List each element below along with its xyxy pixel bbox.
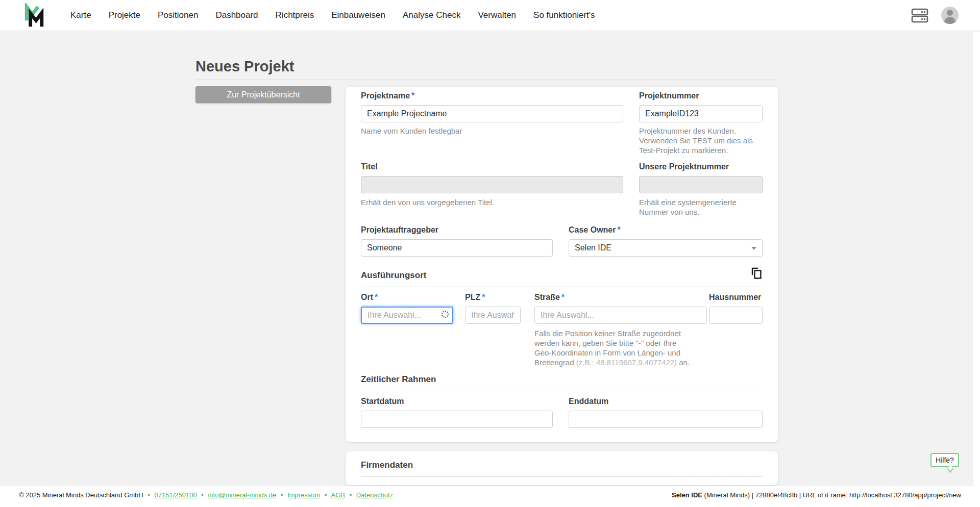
plz-label: PLZ* (465, 293, 485, 302)
titel-input (361, 176, 623, 193)
required-asterisk: * (561, 293, 565, 301)
loading-spinner-icon (442, 311, 449, 318)
strasse-helper-end: an. (677, 358, 690, 367)
nav-item-projekte[interactable]: Projekte (109, 10, 140, 20)
plz-input[interactable] (465, 307, 521, 324)
avatar-body-icon (944, 17, 956, 24)
projektauftraggeber-input[interactable] (361, 239, 553, 257)
copy-icon[interactable] (750, 266, 763, 282)
nav-item-so-funktionierts[interactable]: So funktioniert's (533, 10, 595, 20)
nav-item-karte[interactable]: Karte (70, 10, 91, 20)
titel-helper: Erhält den von uns vorgegebenen Titel. (361, 197, 494, 207)
case-owner-label: Case Owner* (569, 225, 621, 235)
ausfuehrungsort-heading: Ausführungsort (361, 270, 426, 281)
ort-field-wrap (361, 307, 453, 324)
scrollbar-track[interactable] (973, 32, 980, 507)
projektname-label-text: Projektname (361, 91, 410, 100)
enddatum-label: Enddatum (569, 397, 608, 406)
footer-separator: • (281, 491, 283, 499)
nav-item-positionen[interactable]: Positionen (158, 10, 198, 20)
mineral-minds-logo-icon[interactable] (22, 3, 46, 28)
nav-menu: Karte Projekte Positionen Dashboard Rich… (70, 10, 612, 20)
footer-status-text: Selen IDE (Mineral Minds) | 72880ef48c8b… (672, 491, 961, 499)
titel-label: Titel (361, 162, 378, 171)
top-navbar: Karte Projekte Positionen Dashboard Rich… (0, 0, 980, 31)
footer-separator: • (201, 491, 204, 499)
case-owner-select[interactable]: Selen IDE (569, 239, 763, 257)
zur-projektuebersicht-button[interactable]: Zur Projektübersicht (195, 86, 331, 103)
title-divider (195, 79, 778, 80)
footer-user-name: Selen IDE (672, 491, 702, 499)
projektnummer-helper: Projektnummer des Kunden. Verwenden Sie … (639, 126, 767, 155)
projektname-input[interactable] (361, 105, 623, 122)
chevron-down-icon (751, 247, 756, 250)
avatar-head-icon (947, 10, 953, 16)
footer-link-phone[interactable]: 07151/250100 (155, 491, 197, 499)
projektnummer-input[interactable] (639, 105, 763, 122)
nav-item-analyse-check[interactable]: Analyse Check (403, 10, 460, 20)
strasse-helper-example: (z.B.: 48.8115607,9.4077422) (576, 358, 677, 367)
footer-link-agb[interactable]: AGB (331, 491, 345, 499)
plz-label-text: PLZ (465, 293, 480, 301)
case-owner-value: Selen IDE (575, 243, 611, 252)
startdatum-input[interactable] (361, 411, 553, 428)
server-icon[interactable] (911, 7, 929, 23)
enddatum-input[interactable] (569, 411, 763, 428)
footer-left: © 2025 Mineral Minds Deutschland GmbH • … (19, 491, 393, 499)
footer-separator: • (350, 491, 352, 499)
user-avatar[interactable] (941, 7, 959, 24)
footer: © 2025 Mineral Minds Deutschland GmbH • … (0, 486, 980, 507)
footer-separator: • (148, 491, 150, 499)
unsere-projektnummer-label: Unsere Projektnummer (639, 162, 729, 171)
firmendaten-card: Firmendaten (346, 451, 778, 485)
footer-copyright: © 2025 Mineral Minds Deutschland GmbH (19, 491, 143, 499)
case-owner-label-text: Case Owner (569, 225, 616, 234)
footer-link-email[interactable]: info@mineral-minds.de (208, 491, 276, 499)
projektnummer-label: Projektnummer (639, 91, 699, 100)
page-title: Neues Projekt (195, 58, 294, 75)
footer-link-datenschutz[interactable]: Datenschutz (356, 491, 393, 499)
footer-session-info: (Mineral Minds) | 72880ef48c8b | URL of … (702, 491, 961, 499)
required-asterisk: * (617, 225, 620, 234)
nav-right-icons (911, 7, 959, 24)
unsere-projektnummer-input (639, 176, 763, 193)
firmendaten-heading: Firmendaten (361, 460, 413, 470)
footer-separator: • (325, 491, 327, 499)
zeitlicher-rahmen-heading: Zeitlicher Rahmen (361, 374, 436, 385)
ort-label-text: Ort (361, 293, 373, 301)
required-asterisk: * (482, 293, 485, 301)
nav-item-richtpreis[interactable]: Richtpreis (276, 10, 314, 20)
required-asterisk: * (375, 293, 378, 301)
nav-item-verwalten[interactable]: Verwalten (478, 10, 516, 20)
ort-label: Ort* (361, 293, 378, 302)
projektauftraggeber-label: Projektauftraggeber (361, 225, 438, 235)
project-form-card: Projektname* Name vom Kunden festlegbar … (346, 87, 778, 442)
unsere-projektnummer-helper: Erhält eine systemgenerierte Nummer von … (639, 197, 767, 217)
strasse-label: Straße* (534, 293, 565, 302)
nav-item-einbauweisen[interactable]: Einbauweisen (331, 10, 385, 20)
hausnummer-input[interactable] (709, 307, 763, 324)
startdatum-label: Startdatum (361, 397, 404, 406)
hilfe-button[interactable]: Hilfe? (930, 453, 959, 467)
strasse-input[interactable] (534, 307, 707, 324)
zeitlicher-rahmen-divider (361, 391, 763, 391)
strasse-label-text: Straße (534, 293, 560, 301)
projektname-helper: Name vom Kunden festlegbar (361, 126, 462, 136)
hausnummer-label: Hausnummer (709, 293, 761, 302)
footer-link-impressum[interactable]: Impressum (287, 491, 320, 499)
ort-input[interactable] (361, 307, 453, 324)
nav-item-dashboard[interactable]: Dashboard (215, 10, 258, 20)
required-asterisk: * (411, 91, 414, 100)
strasse-helper: Falls die Position keiner Straße zugeord… (534, 328, 695, 367)
projektname-label: Projektname* (361, 91, 414, 100)
ausfuehrungsort-divider (361, 287, 763, 287)
firmendaten-divider (361, 476, 763, 477)
